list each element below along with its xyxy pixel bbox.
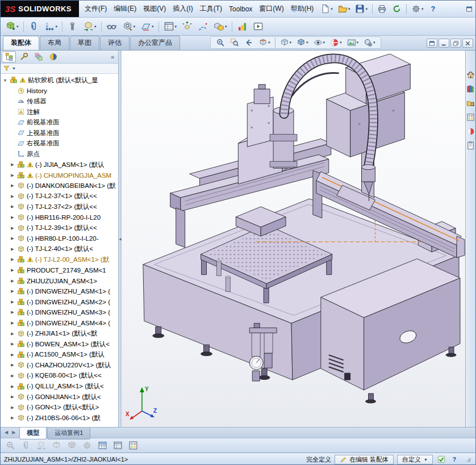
- dropdown-arrow-icon[interactable]: ▾: [323, 40, 325, 45]
- command-tab[interactable]: 办公室产品: [130, 36, 180, 50]
- expand-arrow-icon[interactable]: ▶: [10, 300, 15, 304]
- propertymanager-tab[interactable]: [16, 51, 31, 62]
- close-document-button[interactable]: [462, 39, 473, 48]
- options-button[interactable]: ▾: [409, 2, 426, 15]
- tree-item[interactable]: ▶(-) TJ-L2-00_ASM<1> (默: [1, 254, 118, 265]
- explode-line-sketch-button[interactable]: [195, 19, 211, 33]
- expand-arrow-icon[interactable]: ▶: [10, 236, 15, 241]
- panel-tabs-overflow[interactable]: »: [108, 53, 117, 60]
- menu-item[interactable]: Toolbox: [226, 3, 256, 15]
- tree-item[interactable]: History: [1, 86, 118, 97]
- assembly-visualization-button[interactable]: [235, 19, 250, 33]
- expand-arrow-icon[interactable]: ▶: [10, 268, 15, 273]
- interference-detection-button[interactable]: ▾: [211, 19, 229, 33]
- expand-arrow-icon[interactable]: ▶: [10, 257, 15, 262]
- tree-item[interactable]: ▶(-) BOWEN_ASM<1> (默认<: [1, 339, 118, 350]
- tree-item[interactable]: ▶(-) ZH10BS-06-06<1> (默: [1, 413, 118, 424]
- help-button[interactable]: ?: [426, 2, 440, 15]
- section-view-button[interactable]: ▾: [256, 36, 273, 49]
- open-button[interactable]: ▾: [336, 2, 353, 15]
- bill-of-materials-button[interactable]: [111, 439, 125, 452]
- tree-item[interactable]: ▶(-) CHAZHOU220V<1> (默认: [1, 360, 118, 371]
- new-document-button[interactable]: ▾: [318, 2, 335, 15]
- dropdown-arrow-icon[interactable]: ▾: [225, 24, 227, 29]
- view-palette[interactable]: [466, 112, 475, 122]
- dropdown-arrow-icon[interactable]: ▾: [290, 40, 292, 45]
- menu-item[interactable]: 插入(I): [169, 2, 196, 15]
- expand-arrow-icon[interactable]: ▶: [10, 194, 15, 199]
- task-pane-home[interactable]: [466, 70, 475, 79]
- tree-item[interactable]: A注解: [1, 107, 118, 118]
- dropdown-arrow-icon[interactable]: ▾: [175, 24, 177, 29]
- quick-tips-button[interactable]: [436, 455, 446, 464]
- tree-item[interactable]: ▶(-) TJ-L2-37<2> (默认<<: [1, 202, 118, 212]
- print-button[interactable]: [375, 2, 389, 15]
- expand-arrow-icon[interactable]: ▶: [10, 353, 15, 357]
- tree-item[interactable]: 上视基准面: [1, 128, 118, 139]
- command-tab[interactable]: 评估: [100, 36, 130, 50]
- dropdown-arrow-icon[interactable]: ▾: [373, 40, 375, 45]
- display-style-button[interactable]: [65, 439, 79, 452]
- tree-item[interactable]: ▶(-) DINGWEIZHU_ASM<1> (: [1, 286, 118, 297]
- hide-show-items-button[interactable]: ▾: [311, 36, 328, 49]
- main-window-icon[interactable]: [465, 1, 475, 17]
- minimize-document-button[interactable]: [439, 39, 449, 48]
- previous-view-button[interactable]: [242, 36, 256, 49]
- tree-item[interactable]: ▶(-) TJ-L2-39<1> (默认<<: [1, 223, 118, 233]
- dropdown-arrow-icon[interactable]: ▾: [306, 40, 308, 45]
- edit-appearance-button[interactable]: ▾: [328, 36, 344, 49]
- restore-document-button[interactable]: [450, 39, 461, 48]
- view-palette-button[interactable]: [126, 439, 140, 452]
- smart-fasteners-button[interactable]: [65, 19, 80, 33]
- dropdown-arrow-icon[interactable]: ▾: [365, 7, 368, 11]
- tree-item[interactable]: ▶(-) DIANKONGBEIBAN<1> (默: [1, 181, 118, 191]
- displaymanager-tab[interactable]: [46, 51, 60, 62]
- expand-arrow-icon[interactable]: ▶: [10, 215, 15, 220]
- menu-item[interactable]: 帮助(H): [287, 2, 318, 15]
- document-tab[interactable]: 模型: [19, 428, 47, 439]
- linear-component-pattern-button[interactable]: ▾: [42, 19, 60, 33]
- expand-arrow-icon[interactable]: ▶: [10, 332, 15, 336]
- zoom-area-button[interactable]: [228, 36, 241, 49]
- expand-arrow-icon[interactable]: ▶: [10, 183, 15, 188]
- tree-item[interactable]: ▶(-) QILLU_ASM<1> (默认<: [1, 381, 118, 392]
- expand-arrow-icon[interactable]: ▶: [10, 416, 15, 420]
- assembly-features-button[interactable]: ▾: [120, 19, 138, 33]
- menu-item[interactable]: 文件(F): [81, 2, 110, 15]
- featuremanager-tab[interactable]: [2, 51, 16, 62]
- section-view-button[interactable]: [49, 439, 64, 452]
- tree-item[interactable]: ▼贴软胶机 (默认<默认_显: [1, 75, 118, 86]
- tab-scroll-button[interactable]: ▶: [10, 429, 17, 435]
- options-button[interactable]: [80, 439, 94, 452]
- expand-arrow-icon[interactable]: ▶: [10, 173, 15, 178]
- table-button[interactable]: [95, 439, 110, 452]
- menu-item[interactable]: 编辑(E): [110, 2, 140, 15]
- tree-item[interactable]: ▶(-) TJ-L2-40<1> (默认<: [1, 244, 118, 255]
- menu-item[interactable]: 窗口(W): [256, 2, 287, 15]
- custom-properties[interactable]: [466, 141, 475, 150]
- tree-item[interactable]: ▶(-) HBR116-RP-200-I-L20: [1, 212, 118, 223]
- combo-dropdown-arrow[interactable]: ▼: [424, 458, 428, 462]
- tree-item[interactable]: ▶(-) GONHJIAN<1> (默认<: [1, 392, 118, 403]
- expand-arrow-icon[interactable]: ▶: [10, 405, 15, 410]
- dropdown-arrow-icon[interactable]: ▾: [421, 7, 424, 11]
- tree-item[interactable]: 原点: [1, 149, 118, 160]
- save-button[interactable]: ▾: [353, 2, 370, 15]
- dropdown-arrow-icon[interactable]: ▾: [357, 40, 359, 45]
- command-tab[interactable]: 草图: [70, 36, 99, 50]
- expand-arrow-icon[interactable]: ▶: [10, 384, 15, 389]
- move-component-button[interactable]: ▾: [81, 19, 99, 33]
- status-help-button[interactable]: ?: [449, 455, 459, 464]
- reference-geometry-button[interactable]: ▾: [138, 19, 156, 33]
- expand-arrow-icon[interactable]: ▶: [10, 310, 15, 315]
- expand-arrow-icon[interactable]: ▶: [10, 395, 15, 399]
- expand-arrow-icon[interactable]: ▶: [10, 363, 15, 367]
- exploded-view-button[interactable]: [179, 19, 195, 33]
- design-library[interactable]: [466, 84, 475, 93]
- tree-item[interactable]: ▶(-) DINGWEIZHU_ASM<2> (: [1, 296, 118, 307]
- dropdown-arrow-icon[interactable]: ▾: [152, 24, 154, 29]
- tree-item[interactable]: ▶(-) DINGWEIZHU_ASM<3> (: [1, 307, 118, 318]
- expand-arrow-icon[interactable]: ▶: [10, 226, 15, 231]
- tree-item[interactable]: ▶(-) GON<1> (默认<默认>: [1, 402, 118, 413]
- configurationmanager-tab[interactable]: [31, 51, 45, 62]
